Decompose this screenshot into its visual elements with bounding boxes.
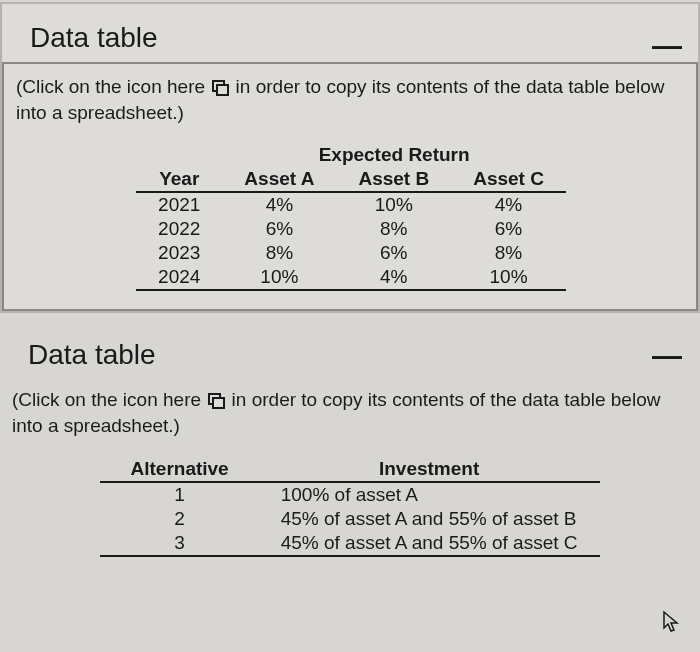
cell-alt: 1 bbox=[100, 482, 258, 507]
expected-return-table: Expected Return Year Asset A Asset B Ass… bbox=[136, 143, 566, 291]
cell-c: 10% bbox=[451, 265, 566, 290]
cell-c: 6% bbox=[451, 217, 566, 241]
cell-a: 6% bbox=[222, 217, 336, 241]
cell-year: 2022 bbox=[136, 217, 222, 241]
table-super-header-row: Expected Return bbox=[136, 143, 566, 167]
cell-year: 2023 bbox=[136, 241, 222, 265]
instruction-text-2: (Click on the icon here in order to copy… bbox=[12, 387, 688, 438]
table-row: 2023 8% 6% 8% bbox=[136, 241, 566, 265]
cell-inv: 45% of asset A and 55% of asset C bbox=[259, 531, 600, 556]
cell-a: 4% bbox=[222, 192, 336, 217]
alternative-table-wrap: Alternative Investment 1 100% of asset A… bbox=[12, 457, 688, 557]
table-row: 2 45% of asset A and 55% of asset B bbox=[100, 507, 599, 531]
col-alternative: Alternative bbox=[100, 457, 258, 482]
data-table-panel-1: — Data table (Click on the icon here in … bbox=[0, 2, 700, 313]
table-row: 2022 6% 8% 6% bbox=[136, 217, 566, 241]
instruction-text-1: (Click on the icon here in order to copy… bbox=[16, 74, 686, 125]
panel-header-1: Data table bbox=[2, 4, 698, 62]
table-row: 3 45% of asset A and 55% of asset C bbox=[100, 531, 599, 556]
col-asset-b: Asset B bbox=[336, 167, 451, 192]
panel-title-1: Data table bbox=[30, 22, 158, 53]
col-year: Year bbox=[136, 167, 222, 192]
cell-b: 4% bbox=[336, 265, 451, 290]
minimize-button-2[interactable]: — bbox=[652, 338, 682, 363]
cell-b: 10% bbox=[336, 192, 451, 217]
instruction-box-2: (Click on the icon here in order to copy… bbox=[0, 377, 700, 556]
panel-title-2: Data table bbox=[28, 339, 156, 370]
cell-inv: 45% of asset A and 55% of asset B bbox=[259, 507, 600, 531]
cell-year: 2024 bbox=[136, 265, 222, 290]
instruction-prefix-2: (Click on the icon here bbox=[12, 389, 201, 410]
col-asset-c: Asset C bbox=[451, 167, 566, 192]
table-row: 1 100% of asset A bbox=[100, 482, 599, 507]
cell-year: 2021 bbox=[136, 192, 222, 217]
copy-icon[interactable] bbox=[208, 393, 224, 407]
expected-return-header: Expected Return bbox=[222, 143, 566, 167]
cell-b: 6% bbox=[336, 241, 451, 265]
cell-alt: 2 bbox=[100, 507, 258, 531]
instruction-prefix-1: (Click on the icon here bbox=[16, 76, 205, 97]
table-header-row: Alternative Investment bbox=[100, 457, 599, 482]
instruction-box-1: (Click on the icon here in order to copy… bbox=[2, 62, 698, 311]
expected-return-table-wrap: Expected Return Year Asset A Asset B Ass… bbox=[16, 143, 686, 291]
cursor-icon bbox=[662, 610, 682, 640]
table-row: 2021 4% 10% 4% bbox=[136, 192, 566, 217]
col-investment: Investment bbox=[259, 457, 600, 482]
minimize-button-1[interactable]: — bbox=[652, 28, 682, 53]
cell-a: 8% bbox=[222, 241, 336, 265]
panel-header-2: Data table bbox=[0, 327, 700, 377]
table-header-row: Year Asset A Asset B Asset C bbox=[136, 167, 566, 192]
cell-c: 4% bbox=[451, 192, 566, 217]
cell-b: 8% bbox=[336, 217, 451, 241]
data-table-panel-2: — Data table (Click on the icon here in … bbox=[0, 327, 700, 556]
cell-c: 8% bbox=[451, 241, 566, 265]
cell-inv: 100% of asset A bbox=[259, 482, 600, 507]
cell-a: 10% bbox=[222, 265, 336, 290]
col-asset-a: Asset A bbox=[222, 167, 336, 192]
alternative-table: Alternative Investment 1 100% of asset A… bbox=[100, 457, 599, 557]
copy-icon[interactable] bbox=[212, 80, 228, 94]
cell-alt: 3 bbox=[100, 531, 258, 556]
table-row: 2024 10% 4% 10% bbox=[136, 265, 566, 290]
